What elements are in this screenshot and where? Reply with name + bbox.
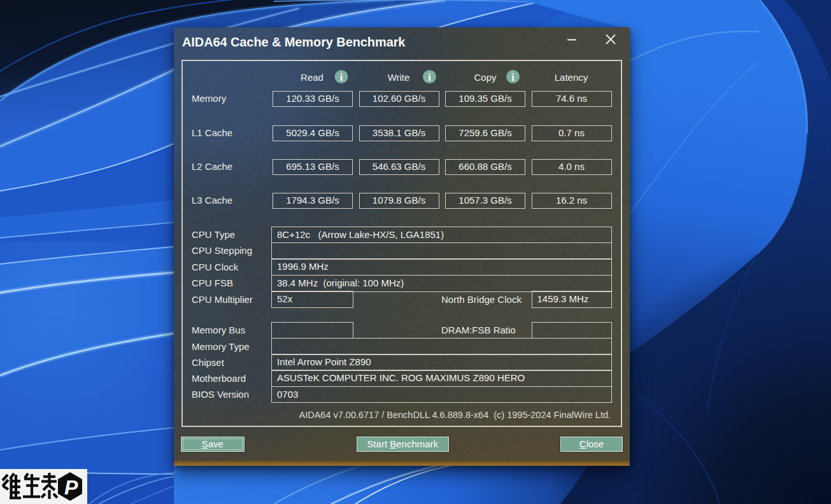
svg-text:i: i bbox=[511, 72, 515, 83]
svg-text:P: P bbox=[64, 476, 78, 499]
svg-text:i: i bbox=[340, 72, 343, 83]
svg-text:i: i bbox=[428, 72, 431, 83]
